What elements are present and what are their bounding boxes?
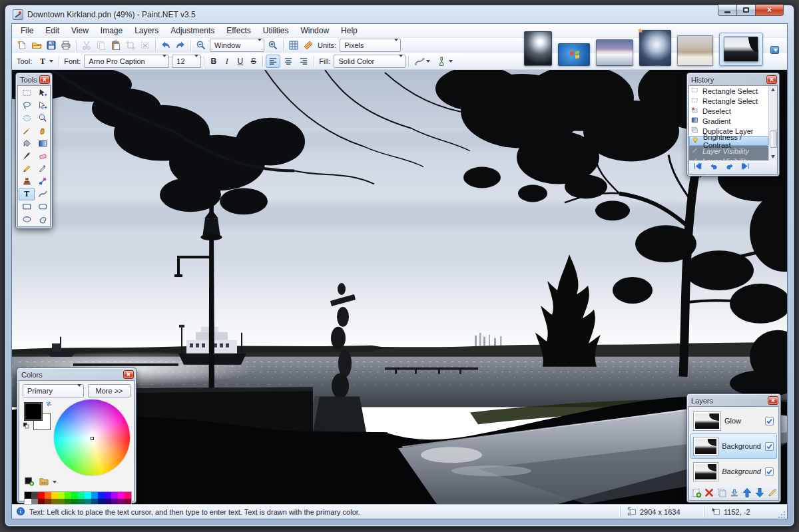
tool-recolor[interactable] [35, 175, 51, 188]
redo-step-button[interactable] [724, 162, 736, 172]
swatch-b6ff00[interactable] [58, 492, 65, 499]
history-item[interactable]: Layer Visibility [689, 156, 777, 160]
layer-row[interactable]: Background [690, 433, 777, 459]
open-button[interactable] [29, 39, 44, 52]
history-item[interactable]: Brightness / Contrast [689, 136, 768, 146]
tool-clone-stamp[interactable] [19, 175, 35, 188]
tool-color-picker[interactable] [35, 162, 51, 175]
align-left-button[interactable] [266, 55, 280, 68]
tool-magic-wand[interactable] [19, 125, 35, 137]
colors-palette[interactable]: Colors × Primary More >> [17, 368, 136, 503]
units-dropdown[interactable]: Pixels [340, 39, 401, 52]
open-image-snowy-house-photo[interactable] [677, 35, 713, 66]
delete-layer-button[interactable] [704, 487, 714, 499]
tool-paint-bucket[interactable] [19, 137, 35, 150]
line-curve-style-dropdown[interactable] [411, 55, 433, 68]
palette-menu-button[interactable] [38, 477, 49, 487]
redo-button[interactable] [173, 39, 188, 52]
tool-text[interactable]: T [19, 188, 35, 200]
fill-style-dropdown[interactable]: Solid Color [334, 55, 405, 68]
merge-layer-down-button[interactable] [729, 487, 740, 499]
current-tool-dropdown[interactable]: T [35, 55, 56, 68]
open-image-statue-sunburst-photo[interactable] [524, 31, 552, 66]
swatch-00137f[interactable] [98, 499, 105, 504]
close-button[interactable]: × [756, 5, 784, 16]
open-image-clouds-photo[interactable]: ★ [639, 30, 671, 66]
layers-palette[interactable]: Layers × GlowBackgroundBackground [686, 394, 781, 503]
underline-button[interactable]: U [234, 55, 246, 68]
open-image-windows-wallpaper[interactable] [558, 43, 590, 66]
font-family-dropdown[interactable]: Arno Pro Caption [84, 55, 169, 68]
layer-row[interactable]: Glow [690, 408, 777, 433]
print-button[interactable] [59, 39, 73, 52]
swatch-267f00[interactable] [65, 499, 71, 504]
close-icon[interactable]: × [123, 370, 134, 379]
swatch-00ff21[interactable] [71, 492, 78, 499]
move-layer-down-button[interactable] [754, 487, 765, 499]
rewind-to-start-button[interactable] [692, 162, 704, 172]
swatch-ff00dc[interactable] [118, 492, 125, 499]
tool-rectangle[interactable] [19, 200, 35, 213]
align-center-button[interactable] [281, 55, 296, 68]
antialiasing-dropdown[interactable] [434, 55, 455, 68]
history-item[interactable]: Rectangle Select [689, 96, 768, 106]
canvas-area[interactable]: Tools × T History × Rectangle SelectRect… [12, 70, 787, 504]
swatch-007f0e[interactable] [71, 499, 78, 504]
new-button[interactable] [15, 39, 29, 52]
menu-window[interactable]: Window [294, 25, 335, 37]
swatch-404040[interactable] [31, 492, 38, 499]
swatch-ff6a00[interactable] [45, 492, 51, 499]
color-wheel[interactable] [54, 399, 130, 475]
swatch-4cff00[interactable] [65, 492, 71, 499]
swatch-0026ff[interactable] [98, 492, 105, 499]
menu-adjustments[interactable]: Adjustments [164, 25, 220, 37]
font-size-dropdown[interactable]: 12 [172, 55, 201, 68]
zoom-in-button[interactable] [266, 39, 280, 52]
undo-button[interactable] [158, 39, 173, 52]
swatch-ffffff[interactable] [25, 499, 31, 504]
menu-view[interactable]: View [65, 25, 95, 37]
bold-button[interactable]: B [207, 55, 220, 68]
menu-help[interactable]: Help [335, 25, 364, 37]
tool-gradient[interactable] [35, 137, 51, 150]
menu-effects[interactable]: Effects [220, 25, 256, 37]
tool-zoom[interactable] [35, 112, 51, 125]
resize-grip[interactable] [777, 510, 786, 519]
title-bar[interactable]: Downtown Kirkland.pdn (49%) - Paint.NET … [11, 5, 788, 23]
cut-button[interactable] [79, 39, 94, 52]
swatch-7f006e[interactable] [118, 499, 125, 504]
swap-colors-icon[interactable] [45, 401, 54, 409]
paste-button[interactable] [109, 39, 123, 52]
swatch-00ff90[interactable] [78, 492, 85, 499]
open-image-winter-lake-photo[interactable] [596, 39, 633, 66]
toggle-grid-button[interactable] [286, 39, 301, 52]
copy-button[interactable] [94, 39, 109, 52]
swatch-21007f[interactable] [105, 499, 111, 504]
minimize-button[interactable] [718, 5, 737, 16]
swatch-b200ff[interactable] [111, 492, 118, 499]
zoom-out-button[interactable] [194, 39, 208, 52]
crop-to-selection-button[interactable] [123, 39, 138, 52]
swatch-ff006e[interactable] [125, 492, 131, 499]
italic-button[interactable]: I [220, 55, 233, 68]
swatch-7f0037[interactable] [125, 499, 131, 504]
fast-forward-to-end-button[interactable] [740, 162, 752, 172]
layer-visibility-checkbox[interactable] [765, 467, 774, 476]
menu-utilities[interactable]: Utilities [257, 25, 295, 37]
tool-pencil[interactable] [19, 162, 35, 175]
history-scrollbar[interactable] [768, 86, 777, 160]
selected-image-frame[interactable] [719, 33, 763, 66]
swatch-7f0000[interactable] [38, 499, 45, 504]
close-icon[interactable]: × [766, 75, 777, 84]
swatch-5b7f00[interactable] [58, 499, 65, 504]
duplicate-layer-button[interactable] [716, 487, 727, 499]
layer-properties-button[interactable] [767, 487, 778, 499]
tool-rounded-rectangle[interactable] [35, 200, 51, 213]
swatch-7f3300[interactable] [45, 499, 51, 504]
menu-image[interactable]: Image [95, 25, 129, 37]
tool-rectangle-select[interactable] [19, 87, 35, 99]
tool-ellipse[interactable] [19, 213, 35, 226]
menu-layers[interactable]: Layers [129, 25, 164, 37]
swatch-ffd800[interactable] [51, 492, 58, 499]
add-color-button[interactable] [24, 477, 35, 487]
